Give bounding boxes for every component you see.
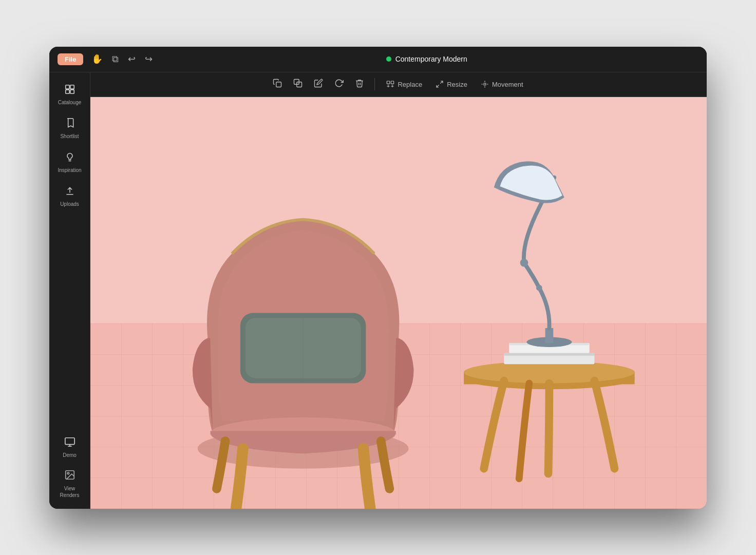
shortlist-label: Shortlist: [60, 133, 79, 139]
shortlist-icon: [65, 118, 75, 131]
replace-label: Replace: [398, 81, 422, 88]
redo-icon[interactable]: ↪: [143, 51, 155, 67]
toolbar-duplicate-icon[interactable]: [289, 75, 307, 93]
demo-icon: [64, 436, 75, 450]
resize-button[interactable]: Resize: [430, 77, 472, 91]
file-button[interactable]: File: [58, 53, 83, 65]
movement-label: Movement: [492, 81, 523, 88]
toolbar-copy-icon[interactable]: [269, 75, 286, 93]
furniture-scene: [90, 97, 707, 509]
toolbar-edit-icon[interactable]: [310, 75, 327, 93]
svg-rect-0: [65, 85, 69, 88]
view-renders-button[interactable]: ViewRenders: [56, 465, 84, 503]
svg-rect-1: [70, 85, 73, 88]
undo-icon[interactable]: ↩: [126, 51, 138, 67]
view-renders-icon: [64, 469, 75, 483]
side-table: [464, 161, 635, 479]
sidebar-item-inspiration[interactable]: Inspiration: [52, 146, 88, 178]
canvas[interactable]: [90, 97, 707, 509]
svg-rect-7: [276, 82, 281, 87]
sidebar-item-demo[interactable]: Demo: [52, 431, 88, 463]
hand-tool-icon[interactable]: ✋: [89, 51, 105, 67]
svg-rect-22: [504, 353, 594, 355]
view-renders-label: ViewRenders: [60, 485, 80, 499]
svg-rect-26: [545, 328, 554, 342]
sidebar-item-catalogue[interactable]: Catalouge: [52, 79, 88, 110]
movement-button[interactable]: Movement: [476, 77, 528, 91]
sidebar: Catalouge Shortlist Inspiration: [49, 72, 90, 509]
frame-tool-icon[interactable]: ⧉: [110, 52, 121, 67]
title-bar-tools: ✋ ⧉ ↩ ↪: [89, 51, 155, 67]
toolbar-refresh-icon[interactable]: [330, 75, 348, 93]
uploads-icon: [65, 185, 75, 199]
svg-rect-11: [391, 81, 394, 84]
toolbar-divider: [374, 78, 375, 90]
main-area: Catalouge Shortlist Inspiration: [49, 72, 707, 509]
svg-rect-3: [70, 89, 73, 93]
replace-button[interactable]: Replace: [381, 77, 427, 91]
svg-rect-4: [65, 437, 74, 444]
svg-point-28: [536, 284, 542, 291]
toolbar-delete-icon[interactable]: [351, 75, 368, 93]
demo-label: Demo: [63, 452, 77, 458]
inspiration-icon: [65, 151, 75, 165]
status-dot: [386, 56, 391, 62]
title-center: Contemporary Modern: [155, 55, 698, 63]
resize-label: Resize: [447, 81, 467, 88]
svg-rect-10: [387, 81, 390, 84]
sidebar-item-shortlist[interactable]: Shortlist: [52, 112, 88, 144]
svg-rect-2: [65, 89, 69, 93]
canvas-area: Replace Resize Movement: [90, 72, 707, 509]
catalogue-icon: [64, 84, 75, 98]
title-bar: File ✋ ⧉ ↩ ↪ Contemporary Modern: [49, 47, 707, 72]
svg-point-6: [67, 472, 69, 474]
catalogue-label: Catalouge: [58, 100, 82, 105]
app-window: File ✋ ⧉ ↩ ↪ Contemporary Modern: [49, 47, 707, 509]
armchair: [193, 219, 414, 508]
toolbar: Replace Resize Movement: [90, 72, 707, 97]
uploads-label: Uploads: [60, 201, 79, 207]
sidebar-item-uploads[interactable]: Uploads: [52, 180, 88, 212]
inspiration-label: Inspiration: [58, 167, 81, 173]
svg-point-27: [520, 258, 528, 266]
project-title: Contemporary Modern: [395, 55, 467, 63]
